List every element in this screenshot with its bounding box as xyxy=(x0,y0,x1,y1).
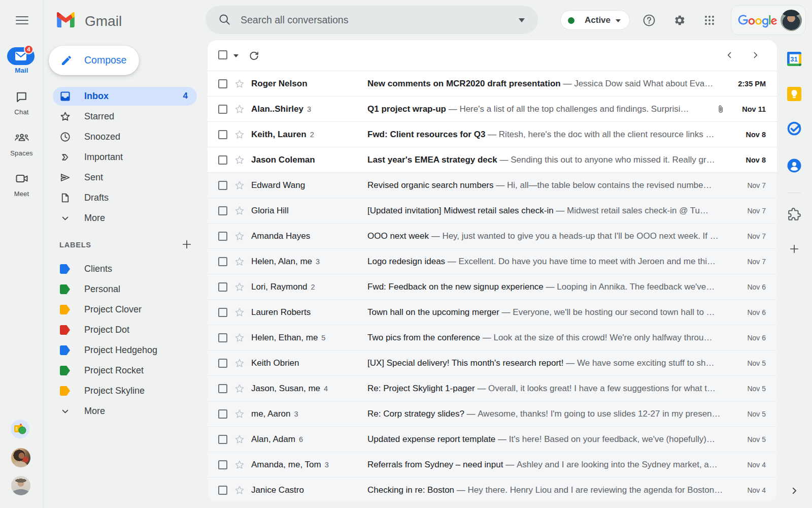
svg-text:31: 31 xyxy=(790,55,797,63)
